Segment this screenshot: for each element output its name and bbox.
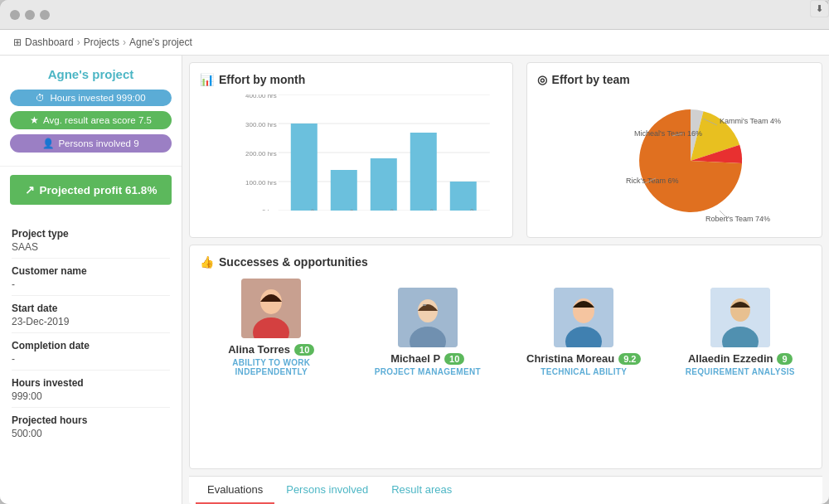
kammi-label: Kammi's Team 4% bbox=[720, 117, 781, 125]
svg-text:0 hrs: 0 hrs bbox=[262, 208, 277, 211]
pie-area: Kammi's Team 4% Micheal's Team 16% Rick'… bbox=[537, 94, 812, 227]
alina-name: Alina Torres bbox=[228, 343, 290, 356]
project-type-value: SAAS bbox=[12, 241, 170, 259]
star-icon: ★ bbox=[30, 114, 39, 126]
breadcrumb: ⊞ Dashboard › Projects › Agne's project bbox=[0, 30, 829, 56]
michael-score: 10 bbox=[444, 353, 464, 365]
rick-label: Rick's Team 6% bbox=[626, 177, 679, 185]
svg-text:400.00 hrs: 400.00 hrs bbox=[245, 94, 277, 99]
pie-chart-svg: Kammi's Team 4% Micheal's Team 16% Rick'… bbox=[558, 90, 790, 231]
main-content: Agne's project ⏱ Hours invested 999:00 ★… bbox=[0, 56, 829, 504]
persons-involved-label: Persons involved 9 bbox=[58, 138, 138, 148]
hours-invested-detail-label: Hours invested bbox=[12, 377, 170, 389]
bar-chart-svg: 400.00 hrs 300.00 hrs 200.00 hrs 100.00 … bbox=[237, 94, 502, 211]
christina-name-row: Christina Moreau 9.2 bbox=[512, 352, 656, 365]
sidebar: Agne's project ⏱ Hours invested 999:00 ★… bbox=[0, 56, 182, 504]
hours-invested-label: Hours invested 999:00 bbox=[50, 93, 145, 103]
tabs-row: Evaluations Persons involved Result area… bbox=[189, 476, 822, 504]
bar-mar2020[interactable] bbox=[410, 133, 437, 211]
charts-row: 📊 Effort by month ⬇ bbox=[182, 56, 829, 245]
start-date-value: 23-Dec-2019 bbox=[12, 316, 170, 333]
breadcrumb-projects[interactable]: Projects bbox=[84, 36, 119, 48]
christina-score: 9.2 bbox=[618, 353, 641, 365]
svg-rect-25 bbox=[423, 304, 426, 306]
projected-profit-button[interactable]: ↗ Projected profit 61.8% bbox=[10, 175, 172, 205]
close-light[interactable] bbox=[10, 10, 20, 20]
completion-date-value: - bbox=[12, 353, 170, 371]
svg-text:100.00 hrs: 100.00 hrs bbox=[245, 179, 277, 187]
titlebar bbox=[0, 0, 829, 30]
allaedin-name: Allaedin Ezzedin bbox=[688, 352, 773, 365]
thumbs-up-icon: 👍 bbox=[200, 255, 214, 269]
breadcrumb-current: Agne's project bbox=[129, 36, 192, 48]
breadcrumb-sep2: › bbox=[123, 36, 126, 48]
allaedin-skill: REQUIREMENT ANALYSIS bbox=[669, 367, 812, 376]
christina-name: Christina Moreau bbox=[526, 352, 614, 365]
bar-may2020[interactable] bbox=[450, 182, 477, 211]
effort-by-team-title: ◎ Effort by team ⬇ bbox=[537, 73, 812, 86]
projected-hours-label: Projected hours bbox=[12, 414, 170, 426]
tab-persons-involved[interactable]: Persons involved bbox=[274, 477, 380, 504]
allaedin-avatar bbox=[710, 288, 770, 347]
hours-invested-detail-value: 999:00 bbox=[12, 390, 170, 408]
bar-dec2019[interactable] bbox=[291, 124, 318, 211]
michael-skill: PROJECT MANAGEMENT bbox=[356, 367, 500, 376]
traffic-lights bbox=[10, 10, 50, 20]
project-header: Agne's project ⏱ Hours invested 999:00 ★… bbox=[0, 56, 182, 167]
breadcrumb-dashboard[interactable]: Dashboard bbox=[25, 36, 74, 48]
projected-profit-label: Projected profit 61.8% bbox=[40, 184, 158, 196]
michael-name-row: Michael P 10 bbox=[356, 352, 500, 365]
project-title: Agne's project bbox=[10, 67, 172, 81]
allaedin-name-row: Allaedin Ezzedin 9 bbox=[669, 352, 812, 365]
maximize-light[interactable] bbox=[40, 10, 50, 20]
customer-name-label: Customer name bbox=[12, 265, 170, 277]
hours-invested-badge: ⏱ Hours invested 999:00 bbox=[10, 90, 172, 106]
person-card-christina: Christina Moreau 9.2 TECHNICAL ABILITY bbox=[512, 288, 656, 376]
roberts-label: Robert's Team 74% bbox=[705, 215, 770, 223]
svg-text:300.00 hrs: 300.00 hrs bbox=[245, 121, 277, 128]
app-window: ⊞ Dashboard › Projects › Agne's project … bbox=[0, 0, 829, 504]
start-date-label: Start date bbox=[12, 303, 170, 314]
successes-section: 👍 Successes & opportunities bbox=[189, 245, 822, 469]
alina-name-row: Alina Torres 10 bbox=[200, 343, 343, 356]
allaedin-score: 9 bbox=[777, 353, 792, 365]
christina-skill: TECHNICAL ABILITY bbox=[512, 367, 656, 376]
trending-up-icon: ↗ bbox=[25, 183, 35, 196]
avg-score-badge: ★ Avg. result area score 7.5 bbox=[10, 111, 172, 129]
successes-title: 👍 Successes & opportunities bbox=[200, 255, 812, 269]
minimize-light[interactable] bbox=[25, 10, 35, 20]
alina-score: 10 bbox=[294, 344, 314, 356]
projected-hours-value: 500:00 bbox=[12, 428, 170, 444]
person-card-michael: Michael P 10 PROJECT MANAGEMENT bbox=[356, 288, 500, 376]
alina-skill: ABILITY TO WORK INDEPENDENTLY bbox=[200, 358, 343, 376]
micheal-label: Micheal's Team 16% bbox=[634, 129, 702, 138]
persons-involved-badge: 👤 Persons involved 9 bbox=[10, 134, 172, 153]
tab-result-areas[interactable]: Result areas bbox=[380, 477, 463, 504]
completion-date-label: Completion date bbox=[12, 340, 170, 351]
person-icon: 👤 bbox=[42, 138, 54, 149]
bar-jan2020[interactable] bbox=[331, 170, 357, 211]
bar-chart-icon: 📊 bbox=[200, 73, 214, 86]
michael-avatar bbox=[398, 288, 458, 347]
content-area: 📊 Effort by month ⬇ bbox=[182, 56, 829, 504]
person-card-allaedin: Allaedin Ezzedin 9 REQUIREMENT ANALYSIS bbox=[669, 288, 812, 376]
breadcrumb-icon: ⊞ bbox=[13, 36, 22, 48]
effort-by-month-title: 📊 Effort by month ⬇ bbox=[200, 73, 502, 86]
avg-score-label: Avg. result area score 7.5 bbox=[43, 115, 152, 125]
bar-chart-container: 400.00 hrs 300.00 hrs 200.00 hrs 100.00 … bbox=[200, 94, 502, 227]
project-details: Project type SAAS Customer name - Start … bbox=[0, 213, 182, 456]
persons-row: Alina Torres 10 ABILITY TO WORK INDEPEND… bbox=[200, 279, 812, 376]
christina-avatar bbox=[554, 288, 613, 347]
alina-avatar bbox=[241, 279, 301, 338]
effort-by-month-card: 📊 Effort by month ⬇ bbox=[189, 62, 513, 238]
michael-name: Michael P bbox=[390, 352, 440, 365]
pie-icon: ◎ bbox=[537, 73, 547, 86]
person-card-alina: Alina Torres 10 ABILITY TO WORK INDEPEND… bbox=[200, 279, 343, 376]
tab-evaluations[interactable]: Evaluations bbox=[196, 477, 274, 504]
customer-name-value: - bbox=[12, 279, 170, 296]
bar-feb2020[interactable] bbox=[371, 158, 397, 211]
svg-text:200.00 hrs: 200.00 hrs bbox=[245, 150, 277, 158]
clock-icon: ⏱ bbox=[36, 93, 46, 103]
breadcrumb-sep1: › bbox=[77, 36, 80, 48]
effort-by-team-card: ◎ Effort by team ⬇ bbox=[526, 62, 822, 238]
